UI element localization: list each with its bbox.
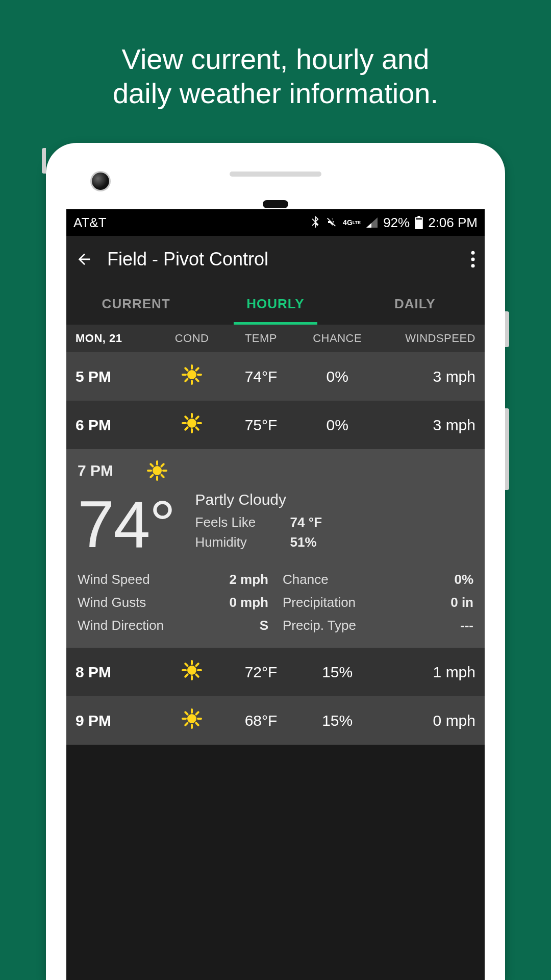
hour-temp: 75°F: [224, 416, 297, 434]
phone-sensor: [263, 200, 288, 208]
header-wind: WINDSPEED: [378, 332, 475, 345]
wind-dir-value: S: [260, 618, 268, 633]
status-carrier: AT&T: [73, 215, 107, 231]
hour-cond: [159, 413, 224, 437]
app-title: Field - Pivot Control: [107, 249, 268, 270]
sun-icon: [182, 708, 202, 729]
precip-type-value: ---: [460, 618, 473, 633]
wind-speed-label: Wind Speed: [78, 572, 150, 587]
hour-cond: [159, 660, 224, 684]
sun-icon: [182, 413, 202, 433]
precip-value: 0 in: [450, 595, 473, 610]
svg-rect-0: [416, 218, 422, 220]
precip-type-label: Precip. Type: [283, 618, 356, 633]
tab-current[interactable]: CURRENT: [66, 283, 206, 325]
sun-icon: [182, 364, 202, 385]
sun-icon: [182, 660, 202, 680]
battery-icon: [415, 216, 423, 229]
phone-frame: AT&T 4GLTE 92% 2:06 PM: [46, 143, 505, 980]
status-right: 4GLTE 92% 2:06 PM: [310, 215, 478, 231]
hour-temp: 72°F: [224, 664, 297, 681]
weather-tabs: CURRENT HOURLY DAILY: [66, 283, 485, 325]
hour-chance: 15%: [297, 664, 378, 681]
promo-line-1: View current, hourly and: [122, 43, 430, 75]
svg-point-1: [471, 251, 474, 255]
hour-time: 8 PM: [76, 664, 159, 681]
hour-temp: 74°F: [224, 368, 297, 385]
chance-label: Chance: [283, 572, 329, 587]
vibrate-mute-icon: [325, 216, 338, 229]
hourly-row-expanded[interactable]: 7 PM 74° Partly Cloudy Feels Like 74 °F …: [66, 449, 485, 648]
promo-line-2: daily weather information.: [113, 77, 438, 109]
wind-dir-label: Wind Direction: [78, 618, 164, 633]
phone-side-button: [505, 408, 509, 490]
feels-like-label: Feels Like: [195, 514, 277, 530]
back-icon[interactable]: [76, 251, 93, 268]
hour-time: 7 PM: [78, 462, 129, 479]
hour-wind: 0 mph: [378, 712, 475, 729]
promo-headline: View current, hourly and daily weather i…: [0, 0, 551, 110]
status-clock: 2:06 PM: [428, 215, 478, 231]
header-date: MON, 21: [76, 332, 159, 345]
hourly-row[interactable]: 5 PM 74°F 0% 3 mph: [66, 352, 485, 401]
phone-screen: AT&T 4GLTE 92% 2:06 PM: [66, 209, 485, 980]
status-battery-pct: 92%: [383, 215, 410, 231]
phone-bezel-top: [66, 163, 485, 209]
hourly-row[interactable]: 8 PM 72°F 15% 1 mph: [66, 648, 485, 696]
hour-chance: 0%: [297, 416, 378, 434]
sun-icon: [147, 460, 167, 481]
humidity-label: Humidity: [195, 534, 277, 550]
hour-time: 6 PM: [76, 416, 159, 434]
hour-time: 5 PM: [76, 368, 159, 385]
hour-chance: 0%: [297, 368, 378, 385]
hour-cond: [159, 708, 224, 732]
network-icon: 4GLTE: [343, 219, 361, 226]
wind-speed-value: 2 mph: [229, 572, 268, 587]
expanded-big-temp: 74°: [78, 491, 175, 557]
precip-label: Precipitation: [283, 595, 356, 610]
phone-side-button: [42, 148, 46, 174]
hour-temp: 68°F: [224, 712, 297, 729]
signal-icon: [366, 217, 378, 228]
tab-hourly[interactable]: HOURLY: [206, 283, 345, 325]
wind-gusts-value: 0 mph: [229, 595, 268, 610]
app-bar: Field - Pivot Control: [66, 236, 485, 283]
header-cond: COND: [159, 332, 224, 345]
hour-wind: 1 mph: [378, 664, 475, 681]
svg-point-2: [471, 257, 474, 261]
overflow-menu-icon[interactable]: [470, 251, 475, 268]
hourly-row[interactable]: 6 PM 75°F 0% 3 mph: [66, 401, 485, 449]
phone-speaker: [230, 172, 321, 177]
feels-like-value: 74 °F: [290, 514, 322, 530]
tab-daily[interactable]: DAILY: [345, 283, 485, 325]
hour-chance: 15%: [297, 712, 378, 729]
hour-time: 9 PM: [76, 712, 159, 729]
hour-wind: 3 mph: [378, 416, 475, 434]
header-temp: TEMP: [224, 332, 297, 345]
header-chance: CHANCE: [297, 332, 378, 345]
hour-cond: [159, 364, 224, 388]
hour-wind: 3 mph: [378, 368, 475, 385]
phone-side-button: [505, 311, 509, 347]
hourly-row[interactable]: 9 PM 68°F 15% 0 mph: [66, 696, 485, 745]
expanded-summary: Partly Cloudy: [195, 491, 322, 508]
humidity-value: 51%: [290, 534, 317, 550]
status-bar: AT&T 4GLTE 92% 2:06 PM: [66, 209, 485, 236]
bluetooth-icon: [310, 216, 320, 229]
chance-value: 0%: [454, 572, 473, 587]
phone-camera: [92, 173, 109, 190]
wind-gusts-label: Wind Gusts: [78, 595, 146, 610]
hourly-header-row: MON, 21 COND TEMP CHANCE WINDSPEED: [66, 325, 485, 352]
svg-point-3: [471, 264, 474, 267]
